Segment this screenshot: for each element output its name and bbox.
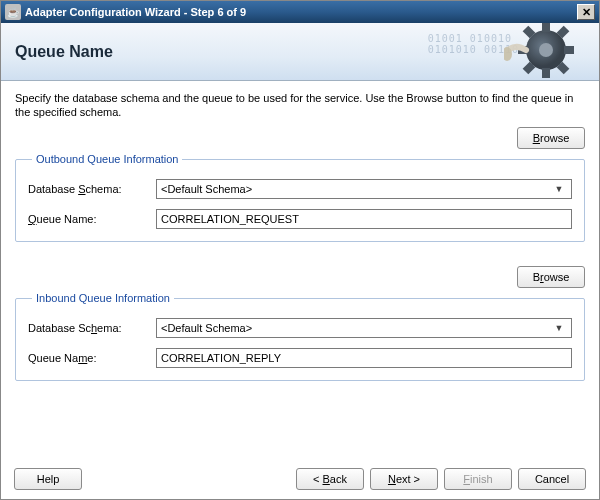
outbound-schema-value: <Default Schema> <box>161 183 551 195</box>
outbound-queue-row: Queue Name: <box>28 209 572 229</box>
instructions-text: Specify the database schema and the queu… <box>15 91 585 119</box>
svg-point-9 <box>539 43 553 57</box>
inbound-schema-row: Database Schema: <Default Schema> ▼ <box>28 318 572 338</box>
footer: Help < Back Next > Finish Cancel <box>0 458 600 500</box>
banner: Queue Name 01001 0100100101010 00110 <box>1 23 599 81</box>
next-button[interactable]: Next > <box>370 468 438 490</box>
outbound-queue-label: Queue Name: <box>28 213 156 225</box>
help-button[interactable]: Help <box>14 468 82 490</box>
inbound-queue-input[interactable] <box>156 348 572 368</box>
chevron-down-icon: ▼ <box>551 323 567 333</box>
cancel-button[interactable]: Cancel <box>518 468 586 490</box>
outbound-legend: Outbound Queue Information <box>32 153 182 165</box>
browse-outbound-button[interactable]: Browse <box>517 127 585 149</box>
inbound-legend: Inbound Queue Information <box>32 292 174 304</box>
inbound-browse-row: Browse <box>15 266 585 288</box>
outbound-schema-label: Database Schema: <box>28 183 156 195</box>
inbound-queue-label: Queue Name: <box>28 352 156 364</box>
outbound-schema-row: Database Schema: <Default Schema> ▼ <box>28 179 572 199</box>
gear-icon <box>499 23 589 81</box>
inbound-queue-row: Queue Name: <box>28 348 572 368</box>
svg-rect-4 <box>564 46 574 54</box>
titlebar: ☕ Adapter Configuration Wizard - Step 6 … <box>1 1 599 23</box>
chevron-down-icon: ▼ <box>551 184 567 194</box>
close-icon: ✕ <box>582 6 591 19</box>
outbound-schema-select[interactable]: <Default Schema> ▼ <box>156 179 572 199</box>
page-title: Queue Name <box>15 43 113 61</box>
finish-button[interactable]: Finish <box>444 468 512 490</box>
inbound-schema-select[interactable]: <Default Schema> ▼ <box>156 318 572 338</box>
outbound-browse-row: Browse <box>15 127 585 149</box>
svg-rect-2 <box>542 68 550 78</box>
inbound-schema-label: Database Schema: <box>28 322 156 334</box>
window-title: Adapter Configuration Wizard - Step 6 of… <box>25 6 577 18</box>
inbound-schema-value: <Default Schema> <box>161 322 551 334</box>
outbound-queue-input[interactable] <box>156 209 572 229</box>
browse-inbound-button[interactable]: Browse <box>517 266 585 288</box>
outbound-group: Outbound Queue Information Database Sche… <box>15 153 585 242</box>
inbound-group: Inbound Queue Information Database Schem… <box>15 292 585 381</box>
app-icon: ☕ <box>5 4 21 20</box>
close-button[interactable]: ✕ <box>577 4 595 20</box>
content-area: Specify the database schema and the queu… <box>1 81 599 381</box>
svg-rect-1 <box>542 23 550 32</box>
back-button[interactable]: < Back <box>296 468 364 490</box>
